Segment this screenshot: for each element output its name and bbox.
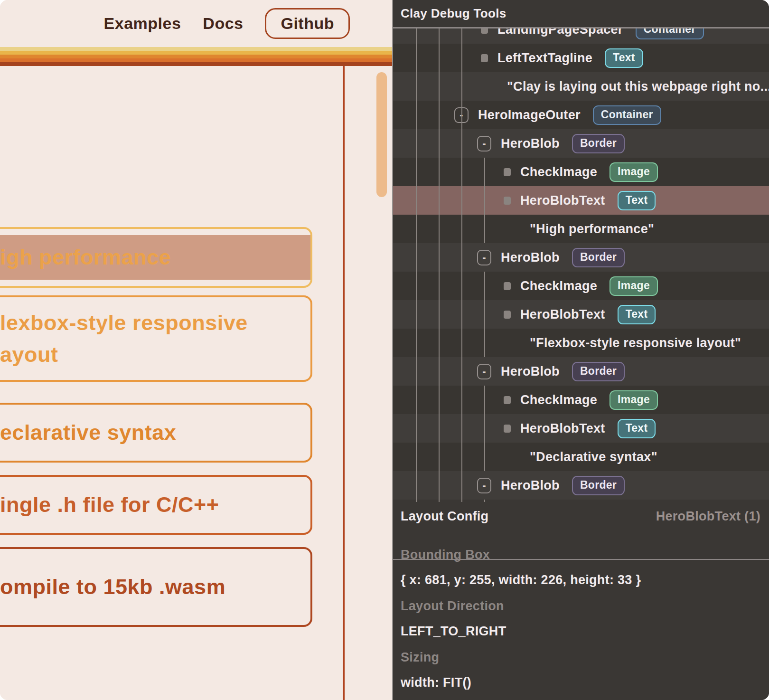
config-field-label: Sizing	[401, 650, 761, 665]
text-content-preview: "Clay is laying out this webpage right n…	[507, 79, 769, 94]
element-name: LeftTextTagline	[497, 51, 592, 66]
feature-box-4: ompile to 15kb .wasm	[0, 547, 312, 627]
nav-link-docs[interactable]: Docs	[203, 14, 243, 33]
tree-indent-guide	[484, 158, 485, 243]
element-name: HeroImageOuter	[478, 108, 581, 123]
tree-row-HeroBlobText[interactable]: HeroBlobTextText	[393, 300, 769, 329]
tree-text-preview: "Flexbox-style responsive layout"	[393, 329, 769, 357]
config-separator	[393, 559, 769, 560]
element-type-badge: Text	[618, 305, 656, 324]
text-content-preview: "High performance"	[530, 222, 654, 236]
feature-box-text: ompile to 15kb .wasm	[0, 571, 310, 603]
leaf-bullet-icon	[504, 282, 511, 290]
tree-indent-guide	[484, 272, 485, 357]
element-tree: LandingPageSpacerContainerLeftTextTaglin…	[393, 0, 769, 502]
tree-text-preview: "High performance"	[393, 215, 769, 243]
clay-debug-panel: LandingPageSpacerContainerLeftTextTaglin…	[392, 0, 769, 700]
element-type-badge: Container	[593, 105, 661, 125]
tree-text-preview: "Declarative syntax"	[393, 443, 769, 471]
feature-box-3: ingle .h file for C/C++	[0, 475, 312, 535]
github-button[interactable]: Github	[265, 8, 350, 39]
debug-panel-title: Clay Debug Tools	[401, 6, 506, 21]
tree-indent-guide	[484, 386, 485, 471]
feature-box-text: lexbox-style responsive	[0, 307, 310, 339]
collapse-icon[interactable]: -	[477, 364, 491, 379]
feature-box-text: ayout	[0, 339, 310, 371]
config-field-label: Layout Direction	[401, 599, 761, 614]
webpage-pane: Examples Docs Github igh performancelexb…	[0, 0, 392, 700]
feature-box-0: igh performance	[0, 227, 312, 288]
layout-config-section: Layout Config HeroBlobText (1) Bounding …	[393, 502, 769, 700]
leaf-bullet-icon	[504, 396, 511, 404]
config-field-value: { x: 681, y: 255, width: 226, height: 33…	[401, 573, 761, 587]
element-type-badge: Border	[572, 476, 625, 495]
tree-row-HeroBlob[interactable]: -HeroBlobBorder	[393, 243, 769, 272]
element-type-badge: Text	[618, 419, 656, 438]
element-type-badge: Border	[572, 248, 625, 267]
tree-row-LeftTextTagline[interactable]: LeftTextTaglineText	[393, 44, 769, 72]
page-scrollbar-thumb[interactable]	[376, 72, 387, 197]
tree-text-preview: "Clay is laying out this webpage right n…	[393, 72, 769, 101]
stripe-band	[0, 55, 392, 58]
stripe-band	[0, 51, 392, 55]
header-separator	[393, 27, 769, 28]
config-field-value: LEFT_TO_RIGHT	[401, 624, 761, 639]
layout-config-title: Layout Config	[401, 509, 488, 524]
tree-indent-guide	[484, 500, 485, 502]
element-type-badge: Image	[610, 162, 658, 182]
stripe-band	[0, 62, 392, 66]
element-type-badge: Text	[618, 191, 656, 210]
element-name: HeroBlob	[501, 478, 560, 493]
element-name: HeroBlobText	[520, 307, 605, 322]
stripe-band	[0, 47, 392, 51]
stripe-band	[0, 58, 392, 62]
feature-box-2: eclarative syntax	[0, 403, 312, 463]
rainbow-stripe	[0, 47, 392, 66]
element-name: CheckImage	[520, 165, 597, 180]
feature-box-text: eclarative syntax	[0, 416, 310, 449]
tree-row-CheckImage[interactable]: CheckImageImage	[393, 386, 769, 414]
collapse-icon[interactable]: -	[477, 136, 491, 151]
element-name: CheckImage	[520, 279, 597, 293]
leaf-bullet-icon	[504, 425, 511, 433]
collapse-icon[interactable]: -	[477, 250, 491, 265]
element-name: HeroBlob	[501, 364, 560, 379]
element-name: HeroBlobText	[520, 193, 605, 208]
app-window: Examples Docs Github igh performancelexb…	[0, 0, 769, 700]
element-name: CheckImage	[520, 393, 597, 407]
config-field-value: width: FIT()	[401, 675, 761, 690]
element-name: HeroBlob	[501, 250, 560, 265]
tree-row-HeroBlob[interactable]: -HeroBlobBorder	[393, 471, 769, 500]
tree-row-HeroBlob[interactable]: -HeroBlobBorder	[393, 357, 769, 386]
tree-indent-guide	[439, 27, 440, 502]
feature-box-text: igh performance	[0, 241, 304, 274]
leaf-bullet-icon	[504, 197, 511, 205]
leaf-bullet-icon	[504, 168, 511, 176]
top-nav: Examples Docs Github	[0, 0, 392, 47]
tree-indent-guide	[416, 27, 417, 502]
text-content-preview: "Declarative syntax"	[530, 450, 657, 464]
debug-panel-header: Clay Debug Tools	[393, 0, 769, 27]
config-field-label: Bounding Box	[401, 548, 761, 562]
nav-link-examples[interactable]: Examples	[104, 14, 181, 33]
tree-row-HeroBlob[interactable]: -HeroBlobBorder	[393, 129, 769, 158]
selected-element-label: HeroBlobText (1)	[656, 509, 760, 524]
tree-row-HeroBlobText[interactable]: HeroBlobTextText	[393, 414, 769, 443]
element-type-badge: Image	[610, 390, 658, 410]
tree-indent-guide	[461, 27, 462, 502]
element-type-badge: Image	[610, 276, 658, 296]
element-type-badge: Text	[605, 48, 643, 68]
element-name: HeroBlobText	[520, 421, 605, 436]
collapse-icon[interactable]: -	[477, 478, 491, 493]
tree-row-CheckImage[interactable]: CheckImageImage	[393, 158, 769, 186]
debug-highlight-overlay: igh performance	[0, 235, 310, 280]
tree-row-HeroImageOuter[interactable]: -HeroImageOuterContainer	[393, 101, 769, 129]
tree-row-HeroBlobText[interactable]: HeroBlobTextText	[393, 186, 769, 215]
element-type-badge: Border	[572, 362, 625, 381]
element-name: HeroBlob	[501, 136, 560, 151]
element-type-badge: Border	[572, 134, 625, 153]
tree-row-CheckImage[interactable]: CheckImageImage	[393, 272, 769, 300]
feature-box-1: lexbox-style responsiveayout	[0, 295, 312, 382]
leaf-bullet-icon	[481, 54, 488, 62]
feature-box-text: ingle .h file for C/C++	[0, 489, 310, 521]
